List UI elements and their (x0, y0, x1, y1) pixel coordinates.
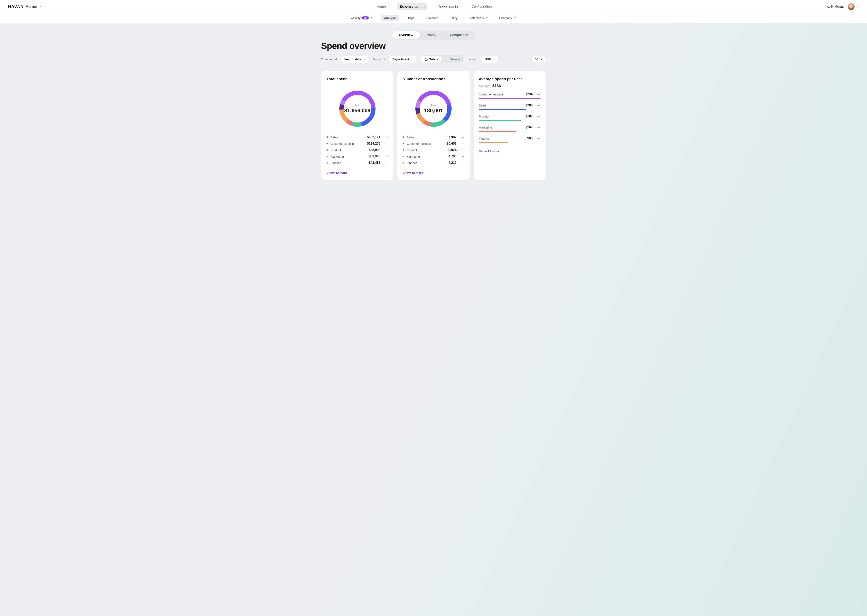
row-menu-icon[interactable]: ⋯ (384, 143, 388, 145)
legend-value: 9,024 (449, 148, 457, 152)
row-menu-icon[interactable]: ⋯ (460, 162, 464, 163)
profile-menu[interactable]: Kelly Morgan ▼ (827, 3, 859, 10)
show-more-link[interactable]: Show 12 more (403, 171, 464, 174)
row-menu-icon[interactable]: ⋯ (537, 115, 541, 117)
cards-grid: Total spend Total $1,656,009 Sales$682,1… (321, 71, 546, 180)
legend-value: 30,453 (447, 142, 457, 145)
bar-name: Sales (479, 104, 523, 107)
tab-overview[interactable]: Overview (392, 31, 420, 39)
legend-name: Sales (407, 135, 444, 139)
total-spend-card: Total spend Total $1,656,009 Sales$682,1… (321, 71, 394, 180)
row-menu-icon[interactable]: ⋯ (460, 149, 464, 151)
row-menu-icon[interactable]: ⋯ (537, 138, 541, 139)
subnav-analysis[interactable]: Analysis (381, 15, 399, 21)
row-menu-icon[interactable]: ⋯ (460, 136, 464, 138)
row-menu-icon[interactable]: ⋯ (384, 149, 388, 151)
currency-select[interactable]: USD ▼ (481, 55, 499, 63)
donut-icon (424, 57, 428, 61)
legend-row: Customer success$134,206⋯ (326, 142, 388, 145)
row-menu-icon[interactable]: ⋯ (384, 136, 388, 138)
chevron-down-icon: ▼ (486, 17, 488, 19)
color-dot (403, 149, 404, 151)
subnav-policy[interactable]: Policy (446, 15, 460, 21)
bar-row: Customer success$234⋯ (479, 93, 541, 99)
row-menu-icon[interactable]: ⋯ (384, 162, 388, 163)
bar-row: Marketing$167⋯ (479, 126, 541, 132)
legend: Sales67,987⋯Customer success30,453⋯Produ… (403, 135, 464, 165)
svg-point-0 (425, 58, 427, 60)
subnav-activity[interactable]: Activity99+▼ (348, 15, 375, 21)
color-dot (326, 162, 328, 163)
main-nav: HomeExpense adminTravel adminConfigurati… (42, 3, 827, 10)
subnav-purchase[interactable]: Purchase (422, 15, 441, 21)
card-title: Average spend per user (479, 77, 541, 81)
legend-value: 4,780 (449, 155, 457, 158)
bar-row: Product$187⋯ (479, 115, 541, 121)
color-dot (403, 143, 404, 145)
brand-switcher[interactable]: NAVAN Admin ▼ (8, 4, 42, 9)
legend-row: Finance4,219⋯ (403, 161, 464, 165)
chevron-down-icon: ▼ (514, 17, 516, 19)
legend-name: Marketing (331, 155, 366, 158)
legend-row: Customer success30,453⋯ (403, 142, 464, 145)
row-menu-icon[interactable]: ⋯ (384, 156, 388, 157)
legend-name: Finance (407, 161, 446, 165)
avatar (848, 3, 854, 10)
bar-value: $167 (525, 126, 533, 129)
time-period-select[interactable]: Year to date ▼ (340, 55, 369, 63)
legend-name: Product (407, 148, 446, 152)
nav-configuration[interactable]: Configuration (469, 3, 495, 10)
color-dot (326, 149, 328, 151)
legend-value: 4,219 (449, 161, 457, 165)
nav-home[interactable]: Home (374, 3, 389, 10)
tab-policy[interactable]: Policy (420, 31, 443, 39)
color-dot (403, 136, 404, 138)
bars-list: Customer success$234⋯Sales$200⋯Product$1… (479, 93, 541, 143)
bar-name: Product (479, 115, 523, 118)
subnav-trips[interactable]: Trips (405, 15, 417, 21)
brand-mark: NAVAN (8, 4, 24, 9)
group-by-select[interactable]: Department ▼ (389, 55, 417, 63)
bars-icon (445, 57, 449, 61)
show-more-link[interactable]: Show 12 more (326, 171, 388, 174)
svg-rect-3 (448, 58, 448, 60)
bar-value: $200 (525, 104, 533, 107)
bar-value: $65 (527, 137, 533, 140)
subnav-company[interactable]: Company▼ (496, 15, 519, 21)
row-menu-icon[interactable]: ⋯ (460, 143, 464, 145)
time-period-label: Time period (321, 58, 337, 61)
subnav-statements[interactable]: Statements▼ (466, 15, 491, 21)
chevron-down-icon: ▼ (541, 58, 542, 60)
legend-row: Sales67,987⋯ (403, 135, 464, 139)
color-dot (326, 156, 328, 157)
nav-travel-admin[interactable]: Travel admin (435, 3, 460, 10)
row-menu-icon[interactable]: ⋯ (537, 93, 541, 95)
donut-center-label: Total (431, 104, 436, 107)
bar-row: Sales$200⋯ (479, 104, 541, 110)
bar-value: $187 (525, 115, 533, 118)
donut-center-value: 180,001 (424, 107, 443, 114)
legend-row: Finance$43,456⋯ (326, 161, 388, 165)
bar-name: Customer success (479, 93, 523, 96)
legend-row: Marketing$51,908⋯ (326, 155, 388, 158)
trends-toggle[interactable]: Trends (442, 55, 464, 63)
color-dot (403, 162, 404, 163)
legend-row: Product$98,098⋯ (326, 148, 388, 152)
totals-toggle[interactable]: Totals (421, 55, 442, 63)
show-more-link[interactable]: Show 12 more (479, 149, 541, 153)
legend-value: 67,987 (447, 135, 457, 139)
filter-button[interactable]: ▼ (531, 55, 546, 63)
row-menu-icon[interactable]: ⋯ (537, 127, 541, 128)
controls-row: Time period Year to date ▼ Group by Depa… (321, 55, 546, 63)
total-spend-donut: Total $1,656,009 (336, 88, 378, 130)
color-dot (403, 156, 404, 157)
bar-fill (479, 109, 527, 110)
brand-sub: Admin (26, 4, 37, 9)
nav-expense-admin[interactable]: Expense admin (397, 3, 427, 10)
chevron-down-icon: ▼ (371, 17, 373, 19)
row-menu-icon[interactable]: ⋯ (460, 156, 464, 157)
tab-compliance[interactable]: Compliance (443, 31, 475, 39)
svg-rect-1 (446, 59, 446, 60)
row-menu-icon[interactable]: ⋯ (537, 104, 541, 106)
chevron-down-icon: ▼ (411, 58, 413, 60)
